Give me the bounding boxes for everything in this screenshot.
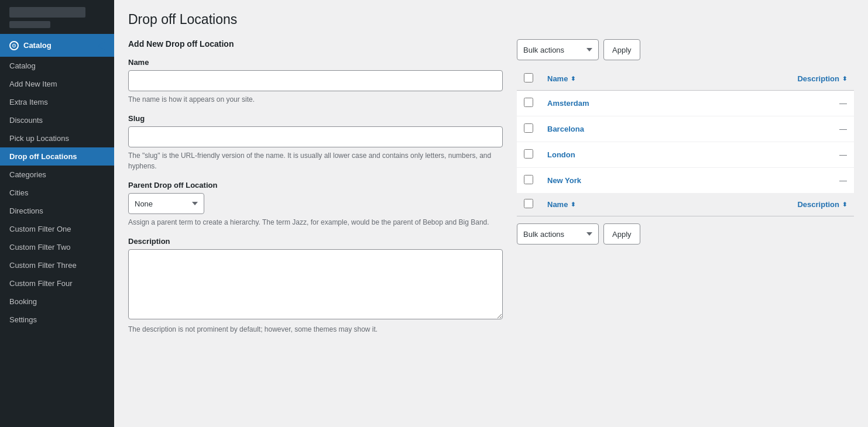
- description-col-label: Description: [797, 74, 839, 83]
- row-checkbox-0[interactable]: [524, 98, 533, 107]
- description-footer-col-label: Description: [797, 200, 839, 209]
- description-footer-sort-arrows: ⬍: [842, 201, 847, 208]
- name-input[interactable]: [128, 70, 503, 91]
- sidebar-item-categories[interactable]: Categories: [0, 166, 114, 184]
- parent-select[interactable]: None: [128, 193, 204, 214]
- table-body: Amsterdam — Barcelona — London —: [517, 91, 854, 194]
- row-checkbox-cell: [517, 168, 540, 194]
- slug-label: Slug: [128, 114, 503, 123]
- sidebar-item-label: Categories: [9, 170, 46, 179]
- description-form-group: Description The description is not promi…: [128, 237, 503, 335]
- table-header-row: Name ⬍ Description ⬍: [517, 67, 854, 91]
- sidebar-item-label: Catalog: [9, 61, 36, 70]
- description-footer-col-header: Description ⬍: [726, 193, 854, 216]
- sidebar-item-drop-off-locations[interactable]: Drop off Locations: [0, 147, 114, 166]
- apply-button-bottom[interactable]: Apply: [603, 223, 640, 245]
- sidebar-item-discounts[interactable]: Discounts: [0, 111, 114, 129]
- name-footer-col-header: Name ⬍: [540, 193, 726, 216]
- sidebar-item-custom-filter-four[interactable]: Custom Filter Four: [0, 274, 114, 292]
- name-sort-link[interactable]: Name ⬍: [547, 74, 575, 83]
- row-description-cell-1: —: [726, 116, 854, 142]
- sidebar-item-cities[interactable]: Cities: [0, 184, 114, 202]
- sidebar-item-catalog[interactable]: Catalog: [0, 57, 114, 75]
- sidebar-item-custom-filter-one[interactable]: Custom Filter One: [0, 220, 114, 238]
- select-all-footer-header: [517, 193, 540, 216]
- row-checkbox-2[interactable]: [524, 149, 533, 159]
- select-all-footer-checkbox[interactable]: [524, 199, 533, 208]
- sidebar-item-label: Custom Filter Four: [9, 279, 73, 288]
- row-description-cell-0: —: [726, 91, 854, 116]
- sidebar-item-label: Directions: [9, 206, 43, 215]
- description-footer-sort-link[interactable]: Description ⬍: [797, 200, 847, 209]
- row-name-link-1[interactable]: Barcelona: [547, 125, 584, 133]
- select-all-checkbox[interactable]: [524, 73, 533, 82]
- description-sort-arrows: ⬍: [842, 75, 847, 82]
- name-form-group: Name The name is how it appears on your …: [128, 58, 503, 105]
- table-row: Amsterdam —: [517, 91, 854, 116]
- sidebar-item-label: Drop off Locations: [9, 152, 77, 161]
- sidebar-item-settings[interactable]: Settings: [0, 311, 114, 329]
- sidebar-item-booking[interactable]: Booking: [0, 292, 114, 311]
- table-footer-row: Name ⬍ Description ⬍: [517, 193, 854, 216]
- row-checkbox-1[interactable]: [524, 123, 533, 133]
- table-row: Barcelona —: [517, 116, 854, 142]
- row-checkbox-3[interactable]: [524, 175, 533, 184]
- sidebar-item-label: Catalog: [23, 41, 52, 50]
- row-description-cell-2: —: [726, 142, 854, 168]
- sidebar-item-label: Custom Filter One: [9, 225, 71, 233]
- sidebar-item-label: Custom Filter Two: [9, 243, 71, 252]
- sidebar-item-custom-filter-two[interactable]: Custom Filter Two: [0, 238, 114, 256]
- sidebar-item-extra-items[interactable]: Extra Items: [0, 93, 114, 111]
- row-checkbox-cell: [517, 142, 540, 168]
- slug-hint: The "slug" is the URL-friendly version o…: [128, 150, 503, 171]
- row-checkbox-cell: [517, 91, 540, 116]
- catalog-icon: ⊙: [9, 41, 19, 50]
- sidebar-item-label: Cities: [9, 188, 29, 197]
- name-column-header: Name ⬍: [540, 67, 726, 91]
- row-name-cell-2: London: [540, 142, 726, 168]
- sidebar-item-directions[interactable]: Directions: [0, 202, 114, 220]
- description-column-header: Description ⬍: [726, 67, 854, 91]
- row-name-link-3[interactable]: New York: [547, 176, 581, 185]
- form-panel: Add New Drop off Location Name The name …: [128, 39, 503, 344]
- description-hint: The description is not prominent by defa…: [128, 324, 503, 335]
- sidebar-item-pick-up-locations[interactable]: Pick up Locations: [0, 129, 114, 147]
- row-name-link-0[interactable]: Amsterdam: [547, 99, 589, 108]
- bulk-actions-bar-top: Bulk actions Delete Apply: [517, 39, 854, 60]
- sidebar: ⊙ Catalog ◀ Catalog Add New Item Extra I…: [0, 0, 114, 427]
- table-row: New York —: [517, 168, 854, 194]
- row-name-cell-0: Amsterdam: [540, 91, 726, 116]
- description-label: Description: [128, 237, 503, 246]
- apply-button-top[interactable]: Apply: [603, 39, 640, 60]
- sidebar-item-label: Pick up Locations: [9, 134, 69, 143]
- bulk-actions-select-top[interactable]: Bulk actions Delete: [517, 39, 599, 60]
- page-title: Drop off Locations: [128, 12, 854, 27]
- sidebar-logo-area: [0, 0, 114, 34]
- table-panel: Bulk actions Delete Apply Name: [517, 39, 854, 252]
- sidebar-nav: ⊙ Catalog ◀ Catalog Add New Item Extra I…: [0, 34, 114, 329]
- slug-input[interactable]: [128, 126, 503, 147]
- description-textarea[interactable]: [128, 249, 503, 319]
- sidebar-item-label: Booking: [9, 297, 37, 306]
- name-sort-arrows: ⬍: [571, 75, 575, 82]
- sidebar-item-label: Settings: [9, 315, 37, 324]
- sidebar-item-catalog-header[interactable]: ⊙ Catalog ◀: [0, 34, 114, 57]
- sidebar-arrow-icon: ◀: [98, 40, 105, 51]
- description-sort-link[interactable]: Description ⬍: [797, 74, 847, 83]
- form-section-title: Add New Drop off Location: [128, 39, 503, 49]
- logo-bar-2: [9, 21, 50, 28]
- table-row: London —: [517, 142, 854, 168]
- sidebar-item-label: Extra Items: [9, 98, 48, 106]
- name-label: Name: [128, 58, 503, 67]
- sidebar-item-label: Add New Item: [9, 80, 57, 88]
- name-footer-col-label: Name: [547, 200, 568, 209]
- sidebar-item-label: Custom Filter Three: [9, 261, 77, 270]
- name-footer-sort-link[interactable]: Name ⬍: [547, 200, 575, 209]
- name-footer-sort-arrows: ⬍: [571, 201, 575, 208]
- select-all-header: [517, 67, 540, 91]
- row-name-link-2[interactable]: London: [547, 150, 575, 159]
- row-name-cell-3: New York: [540, 168, 726, 194]
- bulk-actions-select-bottom[interactable]: Bulk actions Delete: [517, 223, 599, 245]
- sidebar-item-custom-filter-three[interactable]: Custom Filter Three: [0, 256, 114, 274]
- sidebar-item-add-new-item[interactable]: Add New Item: [0, 75, 114, 93]
